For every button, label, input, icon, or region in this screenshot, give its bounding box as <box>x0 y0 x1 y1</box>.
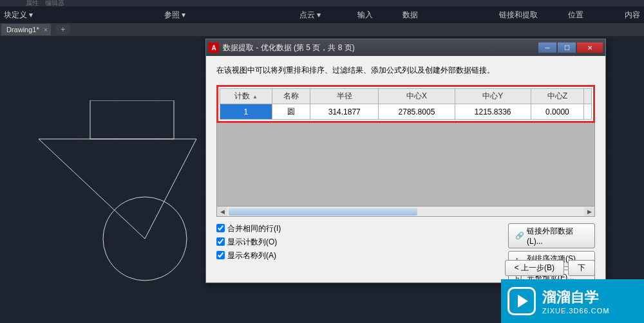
plus-icon: + <box>61 25 65 34</box>
watermark-banner: 溜溜自学 ZIXUE.3D66.COM <box>501 279 644 323</box>
panel-location[interactable]: 位置 <box>568 10 583 21</box>
scroll-left-icon[interactable]: ◀ <box>217 207 227 216</box>
play-icon <box>507 287 536 315</box>
ribbon-top: 属性 编辑器 <box>0 0 644 6</box>
watermark-text: 溜溜自学 ZIXUE.3D66.COM <box>542 288 609 315</box>
file-tab-label: Drawing1* <box>6 26 39 33</box>
chk-show-count[interactable]: 显示计数列(O) <box>216 237 281 248</box>
data-table[interactable]: 计数▲ 名称 半径 中心X 中心Y 中心Z 1 圆 314.1877 2785 <box>220 88 592 120</box>
chk-show-count-input[interactable] <box>216 237 225 246</box>
panel-blockdef[interactable]: 块定义 ▾ <box>4 10 33 21</box>
scroll-right-icon[interactable]: ▶ <box>584 207 594 216</box>
cell-radius[interactable]: 314.1877 <box>310 104 379 120</box>
dialog-title: 数据提取 - 优化数据 (第 5 页，共 8 页) <box>223 42 355 53</box>
col-name[interactable]: 名称 <box>272 89 310 104</box>
table-row[interactable]: 1 圆 314.1877 2785.8005 1215.8336 0.0000 <box>220 104 592 120</box>
chk-merge-rows[interactable]: 合并相同的行(I) <box>216 223 281 234</box>
col-centerx[interactable]: 中心X <box>379 89 455 104</box>
minimize-button[interactable]: ─ <box>538 42 556 53</box>
table-empty-area <box>216 123 595 207</box>
watermark-url: ZIXUE.3D66.COM <box>542 307 609 315</box>
chk-merge-rows-input[interactable] <box>216 224 225 232</box>
ribbon-panel-labels: 块定义 ▾ 参照 ▾ 点云 ▾ 输入 数据 链接和提取 位置 内容 <box>0 8 644 22</box>
dialog-body: 在该视图中可以将列重排和排序、过滤结果、添加公式列以及创建外部数据链接。 计数▲… <box>206 56 605 295</box>
cell-centerz[interactable]: 0.0000 <box>531 104 583 120</box>
maximize-button[interactable]: ☐ <box>558 42 576 53</box>
link-icon: 🔗 <box>515 232 524 240</box>
panel-reference[interactable]: 参照 ▾ <box>164 10 185 21</box>
cell-count[interactable]: 1 <box>220 104 272 120</box>
cell-name[interactable]: 圆 <box>272 104 310 120</box>
col-spacer <box>584 89 592 104</box>
close-button[interactable]: ✕ <box>577 42 603 53</box>
data-table-highlight: 计数▲ 名称 半径 中心X 中心Y 中心Z 1 圆 314.1877 2785 <box>216 85 595 123</box>
cell-centerx[interactable]: 2785.8005 <box>379 104 455 120</box>
dialog-footer: < 上一步(B) 下 <box>505 260 595 276</box>
sort-asc-icon: ▲ <box>252 94 258 100</box>
col-radius[interactable]: 半径 <box>310 89 379 104</box>
shape-rectangle <box>90 100 174 139</box>
dialog-titlebar[interactable]: A 数据提取 - 优化数据 (第 5 页，共 8 页) ─ ☐ ✕ <box>206 39 605 56</box>
file-tab-drawing1[interactable]: Drawing1* × <box>1 24 51 35</box>
canvas-geometry <box>26 100 219 295</box>
col-centery[interactable]: 中心Y <box>455 89 531 104</box>
side-button-group: 🔗链接外部数据(L)... ↕列排序选项(S)... ◱完整预览(F)... <box>508 223 595 286</box>
chk-show-name-input[interactable] <box>216 251 225 259</box>
app-icon: A <box>209 42 219 53</box>
panel-content[interactable]: 内容 <box>625 10 640 21</box>
chk-show-name[interactable]: 显示名称列(A) <box>216 250 281 261</box>
ribbon-top-props: 属性 <box>26 0 39 8</box>
link-external-button[interactable]: 🔗链接外部数据(L)... <box>508 223 595 248</box>
ribbon-top-editor: 编辑器 <box>45 0 64 8</box>
col-centerz[interactable]: 中心Z <box>531 89 583 104</box>
checkbox-group: 合并相同的行(I) 显示计数列(O) 显示名称列(A) <box>216 223 281 286</box>
new-tab-button[interactable]: + <box>56 24 70 35</box>
next-button[interactable]: 下 <box>568 260 595 276</box>
prev-button[interactable]: < 上一步(B) <box>505 260 564 276</box>
panel-link-extract[interactable]: 链接和提取 <box>499 10 538 21</box>
dialog-description: 在该视图中可以将列重排和排序、过滤结果、添加公式列以及创建外部数据链接。 <box>216 65 595 76</box>
cell-centery[interactable]: 1215.8336 <box>455 104 531 120</box>
dialog-options: 合并相同的行(I) 显示计数列(O) 显示名称列(A) 🔗链接外部数据(L)..… <box>216 223 595 286</box>
close-icon[interactable]: × <box>44 26 48 33</box>
cell-spacer <box>584 104 592 120</box>
panel-data[interactable]: 数据 <box>402 10 418 21</box>
shape-triangle <box>39 139 196 239</box>
file-tabs: Drawing1* × + <box>0 23 644 36</box>
scroll-thumb[interactable] <box>229 208 417 216</box>
panel-pointcloud[interactable]: 点云 ▾ <box>299 10 321 21</box>
col-count[interactable]: 计数▲ <box>220 89 272 104</box>
data-extract-dialog: A 数据提取 - 优化数据 (第 5 页，共 8 页) ─ ☐ ✕ 在该视图中可… <box>205 39 606 283</box>
horizontal-scrollbar[interactable]: ◀ ▶ <box>216 207 595 217</box>
panel-input[interactable]: 输入 <box>357 10 373 21</box>
watermark-title: 溜溜自学 <box>542 288 609 307</box>
